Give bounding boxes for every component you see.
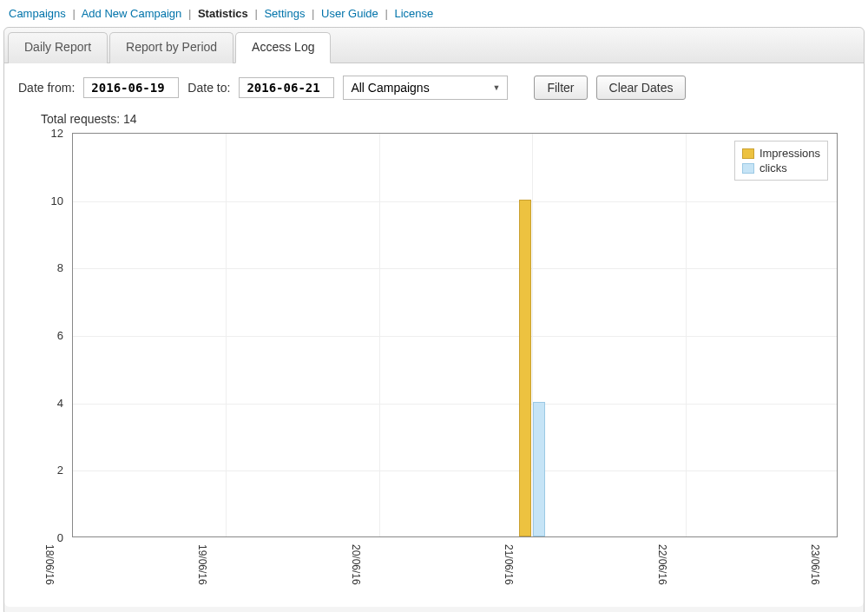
bar-clicks bbox=[533, 402, 545, 536]
legend-clicks-label: clicks bbox=[760, 161, 787, 174]
y-tick-label: 4 bbox=[22, 396, 63, 409]
y-tick-label: 0 bbox=[22, 531, 63, 544]
date-to-input[interactable] bbox=[239, 77, 334, 98]
y-tick-label: 8 bbox=[22, 261, 63, 274]
x-tick-label: 19/06/16 bbox=[155, 544, 208, 585]
x-tick-label: 21/06/16 bbox=[461, 544, 515, 585]
legend-impressions: Impressions bbox=[742, 147, 820, 160]
tabs-card: Daily Report Report by Period Access Log… bbox=[3, 27, 865, 612]
legend-clicks: clicks bbox=[742, 161, 820, 174]
x-tick-label: 23/06/16 bbox=[767, 544, 821, 585]
total-requests: Total requests: 14 bbox=[18, 110, 850, 129]
filters: Date from: Date to: All Campaigns Filter… bbox=[18, 76, 850, 100]
tab-content: Date from: Date to: All Campaigns Filter… bbox=[4, 63, 864, 607]
clicks-swatch-icon bbox=[742, 163, 754, 174]
plot-area: Impressions clicks bbox=[72, 133, 838, 537]
y-tick-label: 10 bbox=[22, 194, 63, 207]
nav-add-new-campaign[interactable]: Add New Campaign bbox=[82, 7, 182, 20]
tab-report-by-period[interactable]: Report by Period bbox=[109, 32, 233, 63]
x-tick-label: 18/06/16 bbox=[2, 544, 56, 585]
impressions-swatch-icon bbox=[742, 148, 754, 159]
x-tick-label: 22/06/16 bbox=[614, 544, 667, 585]
date-from-input[interactable] bbox=[83, 77, 179, 98]
legend-impressions-label: Impressions bbox=[760, 147, 820, 160]
nav-settings[interactable]: Settings bbox=[264, 7, 305, 20]
y-tick-label: 6 bbox=[22, 329, 63, 342]
clear-dates-button[interactable]: Clear Dates bbox=[596, 76, 687, 100]
date-to-label: Date to: bbox=[187, 81, 230, 95]
legend: Impressions clicks bbox=[734, 141, 828, 181]
nav-statistics[interactable]: Statistics bbox=[198, 7, 248, 20]
nav-user-guide[interactable]: User Guide bbox=[321, 7, 378, 20]
nav-campaigns[interactable]: Campaigns bbox=[9, 7, 66, 20]
filter-button[interactable]: Filter bbox=[534, 76, 587, 100]
y-tick-label: 12 bbox=[22, 127, 63, 140]
tab-access-log[interactable]: Access Log bbox=[235, 32, 331, 63]
y-tick-label: 2 bbox=[22, 464, 63, 477]
tabs: Daily Report Report by Period Access Log bbox=[4, 28, 864, 63]
bar-impressions bbox=[519, 200, 531, 536]
date-from-label: Date from: bbox=[18, 81, 75, 95]
tab-daily-report[interactable]: Daily Report bbox=[8, 32, 108, 63]
nav-license[interactable]: License bbox=[394, 7, 433, 20]
top-nav: Campaigns | Add New Campaign | Statistic… bbox=[3, 3, 865, 27]
x-tick-label: 20/06/16 bbox=[307, 544, 361, 585]
chart: 024681012 Impressions clicks bbox=[22, 129, 846, 598]
campaign-select[interactable]: All Campaigns bbox=[343, 76, 508, 100]
